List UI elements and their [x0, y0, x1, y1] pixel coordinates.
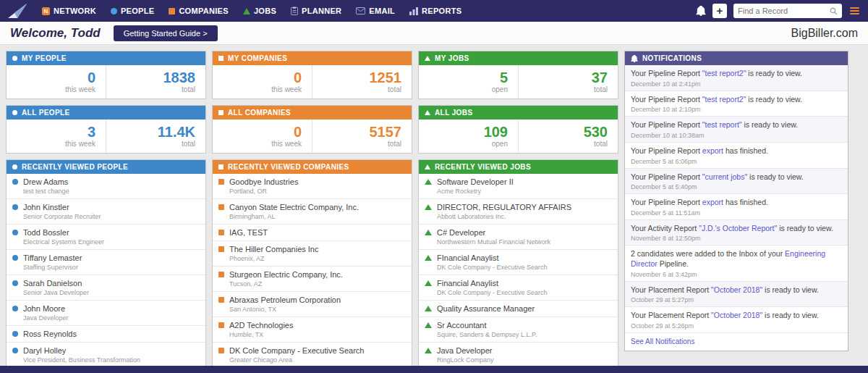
page-title: Welcome, Todd — [10, 26, 101, 41]
job-list-item[interactable]: FInancial Anaylist DK Cole Company - Exe… — [419, 250, 618, 275]
person-list-item[interactable]: Drew Adams test test change — [7, 174, 205, 199]
notification-item: Your Pipeline Report export has finished… — [625, 194, 848, 220]
person-list-item[interactable]: John Kinstler Senior Corporate Recruiter — [7, 199, 205, 225]
person-list-item[interactable]: Sarah Danielson Senior Java Developer — [7, 275, 205, 301]
see-all-notifications-link[interactable]: See All Notifications — [625, 333, 848, 351]
network-icon: N — [42, 7, 50, 15]
my-companies-total-stat[interactable]: 1251 total — [312, 65, 412, 99]
company-list-item[interactable]: Goodbye Industries Portland, OR — [213, 174, 412, 199]
person-list-item[interactable]: Ross Reynolds — [7, 326, 205, 343]
notification-link[interactable]: "current jobs" — [702, 172, 747, 181]
company-list-item[interactable]: Canyon State Electric Company, Inc. Birm… — [213, 199, 412, 225]
logo-icon — [7, 3, 27, 19]
nav-item-network[interactable]: N NETWORK — [35, 0, 103, 22]
stat-label: total — [388, 140, 401, 148]
nav-item-people[interactable]: PEOPLE — [103, 0, 161, 22]
stat-value: 1251 — [370, 70, 402, 85]
notification-text: has finished. — [723, 146, 768, 155]
all-companies-this-week-stat[interactable]: 0 this week — [213, 120, 312, 153]
notification-text: is ready to view. — [762, 311, 819, 319]
person-name: Ross Reynolds — [23, 330, 77, 339]
all-jobs-total-stat[interactable]: 530 total — [518, 120, 618, 153]
stat-value: 0 — [88, 70, 95, 85]
all-companies-total-stat[interactable]: 5157 total — [312, 120, 412, 153]
notification-link[interactable]: export — [702, 146, 723, 155]
notification-item: Your Pipeline Report "test report2" is r… — [625, 65, 848, 91]
person-icon — [12, 255, 18, 261]
card-title: RECENTLY VIEWED PEOPLE — [22, 163, 128, 171]
search-icon[interactable] — [830, 7, 838, 15]
job-list-item[interactable]: Sr Accountant Squire, Sanders & Dempsey … — [419, 317, 618, 343]
all-people-this-week-stat[interactable]: 3 this week — [7, 120, 106, 153]
people-icon — [12, 164, 17, 169]
add-record-button[interactable]: + — [712, 4, 727, 18]
job-list-item[interactable]: Java Developer RingLock Company — [419, 343, 618, 367]
notification-text: Your Pipeline Report — [631, 146, 702, 155]
person-name: John Moore — [23, 304, 69, 314]
notification-message: 2 candidates were added to the Inbox of … — [631, 249, 842, 269]
person-subtitle: Electrical Systems Engineer — [23, 238, 104, 246]
company-icon — [218, 348, 224, 353]
card-title: ALL JOBS — [435, 109, 472, 117]
my-companies-this-week-stat[interactable]: 0 this week — [213, 65, 312, 99]
company-list-item[interactable]: A2D Technologies Humble, TX — [213, 317, 412, 343]
notification-item: Your Placement Report "October 2018" is … — [625, 282, 848, 308]
notification-link[interactable]: "test report2" — [702, 69, 746, 77]
company-name: DK Cole Company - Executive Search — [229, 346, 364, 356]
job-company: DK Cole Company - Executive Search — [437, 264, 548, 272]
all-companies-card: ALL COMPANIES 0 this week 5157 total — [212, 105, 412, 154]
all-people-total-stat[interactable]: 11.4K total — [106, 120, 205, 153]
getting-started-guide-button[interactable]: Getting Started Guide > — [114, 25, 218, 41]
notification-item: Your Placement Report "October 2018" is … — [625, 307, 848, 333]
notification-link[interactable]: "test report" — [702, 120, 742, 129]
all-jobs-open-stat[interactable]: 109 open — [419, 120, 518, 153]
notification-date: December 5 at 5:40pm — [631, 183, 842, 190]
job-list-item[interactable]: Quality Assurance Manager — [419, 301, 618, 317]
person-list-item[interactable]: Todd Bossler Electrical Systems Engineer — [7, 225, 205, 250]
notification-item: Your Pipeline Report "test report2" is r… — [625, 91, 848, 117]
stat-label: this week — [271, 140, 302, 148]
nav-item-email[interactable]: EMAIL — [349, 0, 402, 22]
notifications-bell-button[interactable] — [696, 6, 706, 16]
search-input[interactable] — [738, 7, 827, 15]
my-people-this-week-stat[interactable]: 0 this week — [7, 65, 106, 99]
person-list-item[interactable]: Daryl Holley Vice President, Business Tr… — [7, 343, 205, 367]
person-list-item[interactable]: John Moore Java Developer — [7, 301, 205, 326]
company-list-item[interactable]: IAG, TEST — [213, 225, 412, 241]
job-list-item[interactable]: Financial Anaylist DK Cole Company - Exe… — [419, 275, 618, 301]
companies-icon — [218, 164, 224, 169]
job-list-item[interactable]: DIRECTOR, REGULATORY AFFAIRS Abbott Labo… — [419, 199, 618, 225]
nav-item-planner[interactable]: PLANNER — [284, 0, 349, 22]
company-list-item[interactable]: Abraxas Petroleum Corporation San Antoni… — [213, 292, 412, 317]
company-list-item[interactable]: DK Cole Company - Executive Search Great… — [213, 343, 412, 367]
job-list-item[interactable]: Software Developer II Acme Rocketry — [419, 174, 618, 199]
company-location: San Antonio, TX — [229, 306, 341, 314]
menu-icon[interactable] — [848, 6, 861, 16]
job-list-item[interactable]: C# Developer Northwestern Mutual Financi… — [419, 225, 618, 250]
nav-item-companies[interactable]: COMPANIES — [161, 0, 236, 22]
nav-item-reports[interactable]: REPORTS — [402, 0, 469, 22]
notification-date: December 5 at 6:06pm — [631, 158, 842, 165]
my-jobs-total-stat[interactable]: 37 total — [518, 65, 618, 99]
notification-link[interactable]: "October 2018" — [711, 285, 762, 294]
stat-value: 11.4K — [158, 125, 195, 140]
recently-viewed-people-list: Drew Adams test test change John Kinstle… — [7, 174, 205, 367]
my-people-card: MY PEOPLE 0 this week 1838 total — [6, 51, 206, 99]
app-logo[interactable] — [7, 2, 29, 20]
notification-text: has finished. — [723, 198, 768, 206]
notification-message: Your Pipeline Report "current jobs" is r… — [631, 172, 842, 183]
notification-text: Your Placement Report — [631, 311, 711, 319]
notification-link[interactable]: "J.D.'s October Report" — [699, 224, 777, 232]
company-name: Goodbye Industries — [229, 177, 298, 187]
my-jobs-open-stat[interactable]: 5 open — [419, 65, 518, 99]
my-people-total-stat[interactable]: 1838 total — [106, 65, 205, 99]
company-list-item[interactable]: The Hiller Companies Inc Phoenix, AZ — [213, 241, 412, 267]
nav-item-jobs[interactable]: JOBS — [236, 0, 284, 22]
company-list-item[interactable]: Sturgeon Electric Company, Inc. Tucson, … — [213, 267, 412, 292]
notification-link[interactable]: "test report2" — [702, 95, 746, 104]
notification-link[interactable]: export — [702, 198, 723, 206]
notification-message: Your Activity Report "J.D.'s October Rep… — [631, 224, 842, 234]
person-list-item[interactable]: Tiffany Lemaster Staffing Supervisor — [7, 250, 205, 275]
jobs-icon — [425, 164, 430, 169]
notification-link[interactable]: "October 2018" — [711, 311, 762, 319]
